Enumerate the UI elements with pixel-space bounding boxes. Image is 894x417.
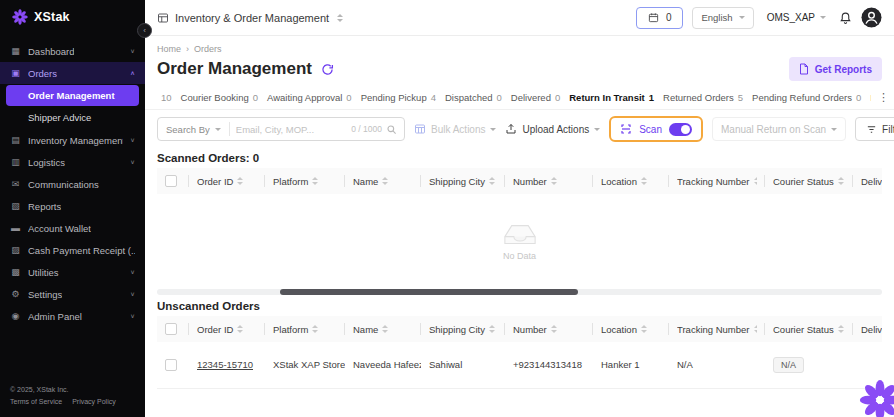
col-platform[interactable]: Platform (265, 168, 345, 194)
col-tracking-number[interactable]: Tracking Number (669, 316, 765, 342)
sidebar-item-label: Orders (28, 68, 57, 79)
tab-courier-booking[interactable]: Courier Booking0 (181, 92, 258, 103)
sidebar-item-inventory-management[interactable]: ▤ Inventory Management ∨ (0, 129, 145, 151)
col-shipping-city[interactable]: Shipping City (421, 316, 505, 342)
scanned-orders-title: Scanned Orders: 0 (145, 148, 894, 168)
manual-return-on-scan-select[interactable]: Manual Return on Scan (712, 117, 846, 141)
date-picker[interactable]: 0 (636, 7, 684, 29)
tab-pending-pickup[interactable]: Pending Pickup4 (361, 92, 436, 103)
tabs-overflow-icon[interactable]: ⋮ (871, 86, 894, 109)
chevron-down-icon: ∨ (130, 137, 135, 144)
page-title: Order Management (157, 59, 312, 79)
breadcrumb-home[interactable]: Home (157, 44, 181, 54)
sidebar-subitem-shipper-advice[interactable]: Shipper Advice (6, 107, 139, 128)
search-group: Search By 0 / 1000 (157, 117, 405, 141)
col-number[interactable]: Number (505, 316, 593, 342)
col-location[interactable]: Location (593, 168, 669, 194)
sidebar-subitem-order-management[interactable]: Order Management (6, 85, 139, 106)
scan-label: Scan (639, 124, 662, 135)
tab-pending-refund-orders[interactable]: Pending Refund Orders0 (752, 92, 861, 103)
cell-platform: XStak XAP Store (265, 342, 345, 388)
search-by-select[interactable]: Search By (158, 124, 229, 135)
notifications-bell-icon[interactable] (839, 11, 852, 25)
col-name[interactable]: Name (345, 316, 421, 342)
bulk-actions-button[interactable]: Bulk Actions (414, 123, 496, 135)
sidebar-item-reports[interactable]: ▧ Reports (0, 195, 145, 217)
search-icon[interactable] (386, 124, 397, 135)
col-order-id[interactable]: Order ID (189, 316, 265, 342)
order-id-link[interactable]: 12345-15710 (197, 359, 253, 370)
refresh-icon[interactable] (321, 63, 334, 76)
sidebar-item-cash-payment-receipt[interactable]: ▨ Cash Payment Receipt (... (0, 239, 145, 261)
communications-icon: ✉ (10, 179, 21, 189)
col-location[interactable]: Location (593, 316, 669, 342)
tab-returned-orders[interactable]: Returned Orders5 (663, 92, 743, 103)
manual-return-label: Manual Return on Scan (721, 124, 826, 135)
terms-of-service-link[interactable]: Terms of Service (10, 396, 62, 409)
tab-all[interactable]: 10 (157, 92, 172, 103)
unscanned-orders-title: Unscanned Orders (145, 296, 894, 316)
sidebar-item-admin-panel[interactable]: ◉ Admin Panel ∨ (0, 305, 145, 327)
col-number[interactable]: Number (505, 168, 593, 194)
sidebar-item-label: Reports (28, 201, 61, 212)
workspace-select[interactable]: OMS_XAP (763, 12, 830, 23)
col-courier-status[interactable]: Courier Status (765, 316, 853, 342)
sort-icon (237, 325, 243, 333)
tab-delivered[interactable]: Delivered0 (511, 92, 560, 103)
col-tracking-number[interactable]: Tracking Number (669, 168, 765, 194)
get-reports-button[interactable]: Get Reports (789, 57, 882, 81)
xstak-corner-flower-icon (859, 379, 894, 417)
col-shipping-city[interactable]: Shipping City (421, 168, 505, 194)
upload-actions-button[interactable]: Upload Actions (505, 123, 600, 135)
language-select[interactable]: English (692, 7, 753, 29)
settings-icon: ⚙ (10, 289, 21, 299)
cell-order-id: 12345-15710 (189, 342, 265, 388)
chevron-down-icon (739, 16, 745, 19)
chevron-down-icon: ∨ (130, 269, 135, 276)
logo-text: XStak (34, 10, 70, 24)
search-input[interactable] (230, 124, 351, 135)
checkbox[interactable] (165, 323, 177, 335)
sidebar-item-communications[interactable]: ✉ Communications (0, 173, 145, 195)
sort-icon (489, 325, 495, 333)
language-value: English (701, 12, 732, 23)
sidebar-item-account-wallet[interactable]: ▬ Account Wallet (0, 217, 145, 239)
tab-awaiting-approval[interactable]: Awaiting Approval0 (267, 92, 352, 103)
sidebar-item-dashboard[interactable]: ▦ Dashboard ∨ (0, 40, 145, 62)
workspace-value: OMS_XAP (767, 12, 815, 23)
select-all-checkbox-header[interactable] (157, 168, 189, 194)
sidebar-item-orders[interactable]: ▣ Orders ∧ (0, 62, 145, 84)
sidebar-item-utilities[interactable]: ▩ Utilities ∨ (0, 261, 145, 283)
col-name[interactable]: Name (345, 168, 421, 194)
chevron-down-icon (215, 128, 221, 131)
col-platform[interactable]: Platform (265, 316, 345, 342)
orders-icon: ▣ (10, 68, 21, 78)
dashboard-icon: ▦ (10, 46, 21, 56)
calendar-icon (648, 12, 659, 23)
sidebar-collapse-button[interactable]: ‹ (137, 23, 152, 38)
chevron-down-icon: ∨ (130, 291, 135, 298)
col-delivery-type[interactable]: Delivery Type (853, 316, 882, 342)
select-all-checkbox-header[interactable] (157, 316, 189, 342)
user-avatar[interactable] (861, 7, 882, 28)
scrollbar-thumb[interactable] (280, 289, 577, 295)
filters-button[interactable]: Filters (855, 117, 894, 141)
col-delivery-type[interactable]: Delivery Type (853, 168, 882, 194)
sort-icon (312, 325, 318, 333)
filters-label: Filters (882, 124, 894, 135)
privacy-policy-link[interactable]: Privacy Policy (72, 396, 116, 409)
xstak-flower-icon (12, 9, 28, 25)
col-order-id[interactable]: Order ID (189, 168, 265, 194)
logo: XStak (0, 0, 145, 27)
breadcrumb-current: Orders (194, 44, 222, 54)
checkbox[interactable] (165, 175, 177, 187)
sidebar-item-logistics[interactable]: ▥ Logistics ∨ (0, 151, 145, 173)
tab-dispatched[interactable]: Dispatched0 (445, 92, 502, 103)
row-checkbox[interactable] (165, 359, 177, 371)
app-switcher[interactable]: Inventory & Order Management (157, 12, 343, 24)
sidebar-item-settings[interactable]: ⚙ Settings ∨ (0, 283, 145, 305)
tab-return-in-transit[interactable]: Return In Transit1 (569, 92, 654, 103)
col-courier-status[interactable]: Courier Status (765, 168, 853, 194)
scan-toggle-switch[interactable] (669, 123, 692, 136)
chevron-down-icon: ∨ (130, 159, 135, 166)
